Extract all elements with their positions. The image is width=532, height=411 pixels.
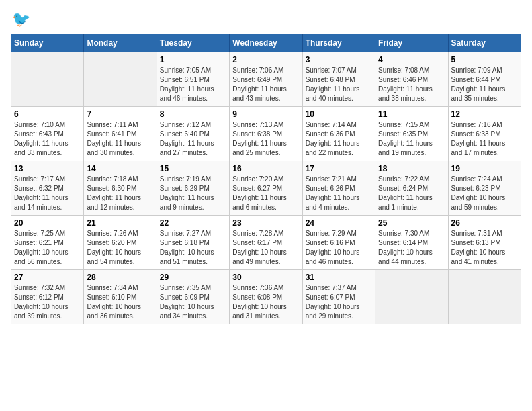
day-info: Sunrise: 7:37 AMSunset: 6:07 PMDaylight:…: [306, 283, 372, 321]
calendar-table: SundayMondayTuesdayWednesdayThursdayFrid…: [11, 34, 521, 324]
calendar-cell: 20Sunrise: 7:25 AMSunset: 6:21 PMDayligh…: [11, 216, 84, 270]
day-info: Sunrise: 7:17 AMSunset: 6:32 PMDaylight:…: [14, 175, 81, 212]
day-number: 19: [451, 164, 518, 173]
day-number: 29: [160, 273, 226, 282]
day-number: 1: [160, 55, 226, 64]
calendar-cell: 16Sunrise: 7:20 AMSunset: 6:27 PMDayligh…: [230, 161, 302, 216]
day-info: Sunrise: 7:22 AMSunset: 6:24 PMDaylight:…: [378, 175, 445, 212]
logo: 🐦: [11, 11, 30, 28]
calendar-cell: 25Sunrise: 7:30 AMSunset: 6:14 PMDayligh…: [375, 216, 448, 270]
day-number: 3: [306, 55, 372, 64]
day-of-week-header: Wednesday: [230, 34, 302, 52]
calendar-cell: 15Sunrise: 7:19 AMSunset: 6:29 PMDayligh…: [157, 161, 229, 216]
day-number: 30: [232, 273, 299, 282]
calendar-cell: 6Sunrise: 7:10 AMSunset: 6:43 PMDaylight…: [11, 107, 84, 161]
calendar-cell: 28Sunrise: 7:34 AMSunset: 6:10 PMDayligh…: [84, 270, 157, 324]
header: 🐦: [11, 11, 521, 28]
day-info: Sunrise: 7:19 AMSunset: 6:29 PMDaylight:…: [160, 175, 226, 212]
day-number: 27: [14, 273, 81, 282]
calendar-cell: 8Sunrise: 7:12 AMSunset: 6:40 PMDaylight…: [157, 107, 229, 161]
calendar-cell: 17Sunrise: 7:21 AMSunset: 6:26 PMDayligh…: [302, 161, 375, 216]
day-info: Sunrise: 7:18 AMSunset: 6:30 PMDaylight:…: [87, 175, 153, 212]
day-of-week-header: Sunday: [11, 34, 84, 52]
day-info: Sunrise: 7:07 AMSunset: 6:48 PMDaylight:…: [306, 66, 372, 103]
day-number: 2: [232, 55, 299, 64]
day-of-week-header: Monday: [84, 34, 157, 52]
day-number: 24: [306, 218, 372, 228]
calendar-cell: 2Sunrise: 7:06 AMSunset: 6:49 PMDaylight…: [230, 52, 302, 107]
calendar-cell: 4Sunrise: 7:08 AMSunset: 6:46 PMDaylight…: [375, 52, 448, 107]
day-number: 4: [378, 55, 445, 64]
calendar-cell: 19Sunrise: 7:24 AMSunset: 6:23 PMDayligh…: [448, 161, 521, 216]
calendar-cell: 9Sunrise: 7:13 AMSunset: 6:38 PMDaylight…: [230, 107, 302, 161]
day-info: Sunrise: 7:26 AMSunset: 6:20 PMDaylight:…: [87, 229, 153, 267]
day-info: Sunrise: 7:28 AMSunset: 6:17 PMDaylight:…: [232, 229, 299, 267]
calendar-cell: 3Sunrise: 7:07 AMSunset: 6:48 PMDaylight…: [302, 52, 375, 107]
day-info: Sunrise: 7:10 AMSunset: 6:43 PMDaylight:…: [14, 120, 81, 158]
day-number: 8: [160, 109, 226, 119]
calendar-week-row: 13Sunrise: 7:17 AMSunset: 6:32 PMDayligh…: [11, 161, 521, 216]
day-number: 10: [306, 109, 372, 119]
day-number: 22: [160, 218, 226, 228]
calendar-cell: 22Sunrise: 7:27 AMSunset: 6:18 PMDayligh…: [157, 216, 229, 270]
day-number: 23: [232, 218, 299, 228]
calendar-cell: 12Sunrise: 7:16 AMSunset: 6:33 PMDayligh…: [448, 107, 521, 161]
day-info: Sunrise: 7:06 AMSunset: 6:49 PMDaylight:…: [232, 66, 299, 103]
day-info: Sunrise: 7:11 AMSunset: 6:41 PMDaylight:…: [87, 120, 153, 158]
day-number: 9: [232, 109, 299, 119]
calendar-cell: 18Sunrise: 7:22 AMSunset: 6:24 PMDayligh…: [375, 161, 448, 216]
day-info: Sunrise: 7:27 AMSunset: 6:18 PMDaylight:…: [160, 229, 226, 267]
day-info: Sunrise: 7:29 AMSunset: 6:16 PMDaylight:…: [306, 229, 372, 267]
logo-bird-icon: 🐦: [12, 11, 30, 28]
calendar-cell: [375, 270, 448, 324]
calendar-cell: 23Sunrise: 7:28 AMSunset: 6:17 PMDayligh…: [230, 216, 302, 270]
calendar-week-row: 6Sunrise: 7:10 AMSunset: 6:43 PMDaylight…: [11, 107, 521, 161]
day-info: Sunrise: 7:13 AMSunset: 6:38 PMDaylight:…: [232, 120, 299, 158]
day-number: 12: [451, 109, 518, 119]
calendar-cell: 31Sunrise: 7:37 AMSunset: 6:07 PMDayligh…: [302, 270, 375, 324]
calendar-cell: 29Sunrise: 7:35 AMSunset: 6:09 PMDayligh…: [157, 270, 229, 324]
day-info: Sunrise: 7:08 AMSunset: 6:46 PMDaylight:…: [378, 66, 445, 103]
day-info: Sunrise: 7:16 AMSunset: 6:33 PMDaylight:…: [451, 120, 518, 158]
day-info: Sunrise: 7:34 AMSunset: 6:10 PMDaylight:…: [87, 283, 153, 321]
day-info: Sunrise: 7:30 AMSunset: 6:14 PMDaylight:…: [378, 229, 445, 267]
calendar-cell: 13Sunrise: 7:17 AMSunset: 6:32 PMDayligh…: [11, 161, 84, 216]
calendar-week-row: 27Sunrise: 7:32 AMSunset: 6:12 PMDayligh…: [11, 270, 521, 324]
calendar-header-row: SundayMondayTuesdayWednesdayThursdayFrid…: [11, 34, 521, 52]
calendar-cell: 26Sunrise: 7:31 AMSunset: 6:13 PMDayligh…: [448, 216, 521, 270]
day-number: 16: [232, 164, 299, 173]
day-number: 26: [451, 218, 518, 228]
day-number: 31: [306, 273, 372, 282]
calendar-cell: 11Sunrise: 7:15 AMSunset: 6:35 PMDayligh…: [375, 107, 448, 161]
calendar-cell: 30Sunrise: 7:36 AMSunset: 6:08 PMDayligh…: [230, 270, 302, 324]
day-info: Sunrise: 7:20 AMSunset: 6:27 PMDaylight:…: [232, 175, 299, 212]
day-number: 20: [14, 218, 81, 228]
calendar-week-row: 1Sunrise: 7:05 AMSunset: 6:51 PMDaylight…: [11, 52, 521, 107]
calendar-cell: 1Sunrise: 7:05 AMSunset: 6:51 PMDaylight…: [157, 52, 229, 107]
day-number: 11: [378, 109, 445, 119]
day-of-week-header: Friday: [375, 34, 448, 52]
day-of-week-header: Thursday: [302, 34, 375, 52]
day-info: Sunrise: 7:14 AMSunset: 6:36 PMDaylight:…: [306, 120, 372, 158]
calendar-cell: 27Sunrise: 7:32 AMSunset: 6:12 PMDayligh…: [11, 270, 84, 324]
day-info: Sunrise: 7:36 AMSunset: 6:08 PMDaylight:…: [232, 283, 299, 321]
calendar-cell: 14Sunrise: 7:18 AMSunset: 6:30 PMDayligh…: [84, 161, 157, 216]
day-number: 13: [14, 164, 81, 173]
day-number: 6: [14, 109, 81, 119]
day-number: 7: [87, 109, 153, 119]
calendar-cell: [84, 52, 157, 107]
day-info: Sunrise: 7:25 AMSunset: 6:21 PMDaylight:…: [14, 229, 81, 267]
day-of-week-header: Saturday: [448, 34, 521, 52]
day-number: 28: [87, 273, 153, 282]
calendar-week-row: 20Sunrise: 7:25 AMSunset: 6:21 PMDayligh…: [11, 216, 521, 270]
day-info: Sunrise: 7:15 AMSunset: 6:35 PMDaylight:…: [378, 120, 445, 158]
day-number: 14: [87, 164, 153, 173]
day-number: 25: [378, 218, 445, 228]
day-of-week-header: Tuesday: [157, 34, 229, 52]
calendar-cell: [448, 270, 521, 324]
day-number: 15: [160, 164, 226, 173]
day-info: Sunrise: 7:21 AMSunset: 6:26 PMDaylight:…: [306, 175, 372, 212]
calendar-cell: 5Sunrise: 7:09 AMSunset: 6:44 PMDaylight…: [448, 52, 521, 107]
calendar-cell: 21Sunrise: 7:26 AMSunset: 6:20 PMDayligh…: [84, 216, 157, 270]
calendar-cell: 24Sunrise: 7:29 AMSunset: 6:16 PMDayligh…: [302, 216, 375, 270]
